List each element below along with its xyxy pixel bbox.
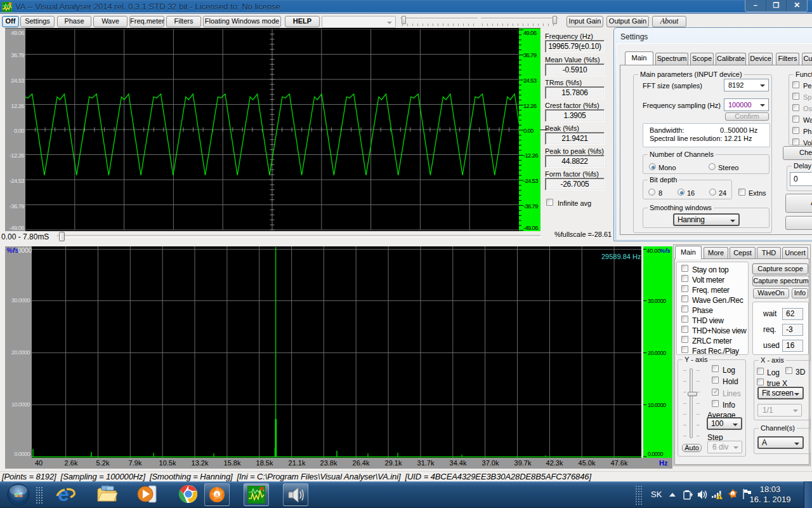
svg-text:e: e <box>58 483 69 505</box>
svg-text:!: ! <box>719 495 720 500</box>
svg-text:a: a <box>215 491 218 498</box>
